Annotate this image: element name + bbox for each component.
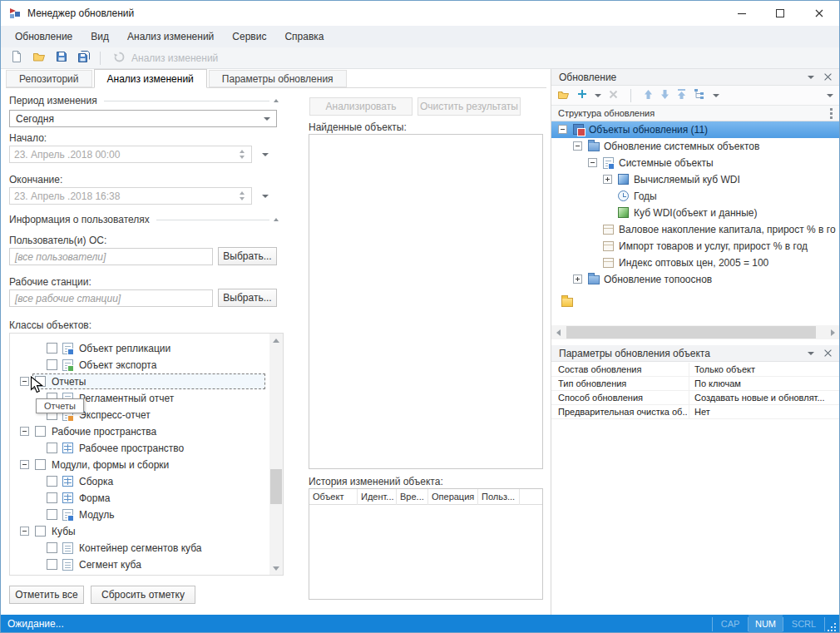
expand-expander-icon[interactable] (573, 274, 582, 284)
maximize-button[interactable] (761, 1, 799, 26)
checkbox[interactable] (47, 443, 57, 453)
class-tree-item[interactable]: Объект экспорта (10, 357, 269, 373)
scrollbar-thumb[interactable] (270, 469, 282, 504)
property-value[interactable]: Создавать новые и обновлят... (694, 391, 836, 404)
tree-options-icon[interactable] (694, 88, 705, 102)
os-users-input[interactable]: [все пользователи] (9, 248, 213, 265)
delete-object-icon[interactable] (609, 90, 618, 101)
spinner-icon[interactable] (237, 150, 247, 159)
scroll-right-arrow-icon[interactable] (826, 325, 840, 339)
add-dropdown-icon[interactable] (595, 94, 601, 97)
class-tree-item[interactable]: Форма (10, 490, 269, 507)
column-header-ident[interactable]: Идент... (358, 489, 397, 505)
property-row[interactable]: Тип обновления По ключам (551, 377, 839, 391)
checkbox[interactable] (47, 509, 57, 520)
tab-repository[interactable]: Репозиторий (6, 70, 92, 87)
column-header-user[interactable]: Польз... (478, 489, 520, 505)
checkbox[interactable] (47, 359, 57, 370)
update-tree-item[interactable]: Валовое накопление капитала, прирост % в… (551, 221, 839, 238)
open-button[interactable] (27, 49, 50, 67)
pin-icon[interactable] (808, 352, 814, 355)
update-tree-item-selected[interactable]: Объекты обновления (11) (551, 121, 839, 138)
expand-expander-icon[interactable] (603, 175, 612, 184)
property-row[interactable]: Способ обновления Создавать новые и обно… (551, 391, 839, 405)
class-tree-item[interactable]: Рабочее пространство (10, 440, 269, 457)
update-tree-item[interactable]: Импорт товаров и услуг, прирост % в год (551, 238, 839, 255)
scroll-up-arrow-icon[interactable] (269, 334, 283, 347)
save-all-button[interactable] (72, 49, 95, 67)
move-down-icon[interactable] (660, 89, 670, 102)
move-top-icon[interactable] (677, 89, 686, 102)
checkbox[interactable] (47, 559, 57, 570)
toolbar-overflow-icon[interactable] (827, 94, 833, 97)
collapse-expander-icon[interactable] (558, 125, 567, 134)
collapse-expander-icon[interactable] (588, 158, 597, 167)
menu-item-change-analysis[interactable]: Анализ изменений (118, 27, 223, 47)
checkbox[interactable] (47, 343, 57, 354)
chevron-up-icon[interactable] (274, 99, 279, 102)
collapse-expander-icon[interactable] (20, 527, 29, 536)
column-header-object[interactable]: Объект (309, 489, 358, 505)
period-preset-combobox[interactable]: Сегодня (9, 110, 277, 127)
column-header-time[interactable]: Вре... (397, 489, 428, 505)
close-button[interactable] (799, 1, 839, 26)
close-panel-icon[interactable] (824, 73, 832, 81)
class-tree-item-reports[interactable]: Отчеты (10, 373, 269, 390)
class-tree-item[interactable]: Модули, формы и сборки (10, 457, 269, 473)
clear-selection-button[interactable]: Сбросить отметку (91, 586, 195, 604)
class-tree-item[interactable]: Объект репликации (10, 340, 269, 357)
property-row[interactable]: Предварительная очистка об... Нет (551, 405, 839, 419)
class-tree-item[interactable]: Контейнер сегментов куба (10, 540, 269, 556)
property-value[interactable]: Нет (694, 405, 836, 418)
tree-options-dropdown-icon[interactable] (713, 94, 719, 97)
update-tree-item[interactable]: Индекс оптовых цен, 2005 = 100 (551, 255, 839, 271)
scrollbar-thumb[interactable] (566, 326, 816, 339)
open-update-icon[interactable] (557, 88, 570, 103)
new-document-button[interactable] (5, 49, 27, 67)
select-all-button[interactable]: Отметить все (9, 586, 84, 604)
pin-icon[interactable] (808, 76, 814, 79)
class-tree-item[interactable]: Сегмент куба (10, 556, 269, 573)
end-date-dropdown-button[interactable] (255, 187, 275, 205)
update-tree-item[interactable]: Обновление системных объектов (551, 138, 839, 155)
save-button[interactable] (50, 49, 72, 67)
column-settings-icon[interactable] (830, 112, 833, 115)
tab-change-analysis[interactable]: Анализ изменений (94, 69, 207, 88)
checkbox[interactable] (35, 526, 46, 537)
chevron-up-icon[interactable] (274, 218, 279, 221)
class-tree-item[interactable]: Модуль (10, 507, 269, 523)
tab-update-parameters[interactable]: Параметры обновления (209, 70, 347, 87)
column-header-operation[interactable]: Операция (428, 489, 478, 505)
minimize-button[interactable] (723, 1, 761, 26)
checkbox[interactable] (47, 542, 57, 553)
close-panel-icon[interactable] (824, 349, 832, 357)
move-up-icon[interactable] (644, 89, 653, 102)
update-tree-item[interactable]: Обновление топооснов (551, 271, 839, 288)
checkbox[interactable] (47, 492, 57, 503)
menu-item-service[interactable]: Сервис (223, 27, 275, 47)
collapse-expander-icon[interactable] (20, 377, 29, 386)
update-tree-item[interactable]: Системные объекты (551, 155, 839, 171)
class-tree-item[interactable]: Рабочие пространства (10, 423, 269, 440)
scroll-down-arrow-icon[interactable] (269, 561, 283, 575)
scroll-left-arrow-icon[interactable] (551, 325, 566, 339)
menu-item-help[interactable]: Справка (275, 27, 333, 47)
start-date-dropdown-button[interactable] (255, 146, 275, 163)
checkbox[interactable] (47, 476, 57, 487)
choose-os-users-button[interactable]: Выбрать... (218, 247, 277, 265)
add-object-icon[interactable] (577, 89, 587, 101)
property-value[interactable]: По ключам (694, 377, 836, 390)
spinner-icon[interactable] (237, 191, 247, 200)
checkbox[interactable] (35, 426, 46, 437)
class-tree-item[interactable]: Кубы (10, 523, 269, 540)
collapse-expander-icon[interactable] (20, 460, 29, 469)
property-row[interactable]: Состав обновления Только объект (551, 363, 839, 377)
menu-item-view[interactable]: Вид (82, 27, 118, 47)
collapse-expander-icon[interactable] (573, 141, 582, 151)
start-datetime-input[interactable]: 23. Апрель .2018 00:00 (9, 146, 252, 163)
choose-stations-button[interactable]: Выбрать... (218, 289, 277, 307)
collapse-expander-icon[interactable] (20, 427, 29, 436)
update-tree-item[interactable]: Куб WDI(объект и данные) (551, 205, 839, 221)
checkbox[interactable] (35, 459, 46, 470)
tree-horizontal-scrollbar[interactable] (551, 325, 840, 339)
